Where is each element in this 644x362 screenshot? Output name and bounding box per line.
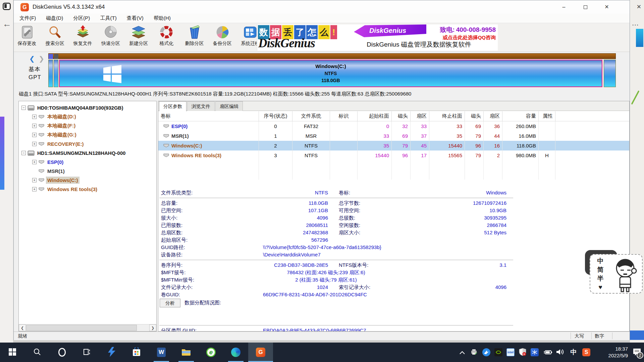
tray-expand-button[interactable] (456, 343, 468, 362)
column-header[interactable]: 序号(状态) (259, 111, 292, 121)
tab-partition-params[interactable]: 分区参数 (159, 101, 186, 111)
maximize-button[interactable] (575, 0, 596, 14)
promo-banner[interactable]: 数据丢了怎么! DiskGenius 致电: 400-008-9958 或点击此… (257, 24, 498, 51)
delete-partition-button[interactable]: 删除分区 (181, 23, 208, 51)
tray-defender-button[interactable]: ✕ (517, 343, 529, 362)
tray-printer-button[interactable]: ✓ (468, 343, 480, 362)
disk-partition-graphic: Windows(C:) NTFS 118.0GB (48, 53, 616, 87)
tree-item-recovery-e-[interactable]: +RECOVERY(E:) (20, 139, 156, 148)
delete-partition-icon (181, 24, 208, 40)
tray-snowflake-button[interactable] (529, 343, 541, 362)
save-changes-button[interactable]: 保存更改 (14, 23, 40, 51)
menu-tools[interactable]: 工具(T) (96, 14, 121, 23)
table-row-esp-0-[interactable]: ESP(0)0FAT3203233336936260.0MB (158, 121, 629, 131)
tray-battery-button[interactable] (541, 343, 553, 362)
menu-disk[interactable]: 磁盘(D) (42, 14, 67, 23)
column-header[interactable]: 磁头 (465, 111, 484, 121)
tray-ime-button[interactable]: 中 (568, 343, 580, 362)
column-header[interactable]: 标识 (330, 111, 358, 121)
tray-intel-button[interactable]: intel (504, 343, 517, 362)
microsoft-store-button[interactable] (124, 343, 149, 362)
detail-value: 28068511 (209, 222, 328, 229)
tree-item-windows-c-[interactable]: +Windows(C:) (20, 176, 156, 185)
menu-partition[interactable]: 分区(P) (69, 14, 94, 23)
tree-item--g-[interactable]: +本地磁盘(G:) (20, 130, 156, 139)
expand-box-icon[interactable]: + (32, 160, 37, 164)
task-view-button[interactable] (74, 343, 99, 362)
collapse-box-icon[interactable]: − (21, 151, 26, 155)
table-row-msr-1-[interactable]: MSR(1)1MSR33693735794416.0MB (158, 131, 629, 141)
cell-cap: 16.0MB (502, 131, 539, 141)
menu-help[interactable]: 帮助(H) (149, 14, 175, 23)
tray-volume-button[interactable] (554, 343, 566, 362)
collapse-box-icon[interactable]: − (21, 106, 26, 110)
pinned-app-flash-button[interactable] (99, 343, 124, 362)
cell-fs: NTFS (292, 141, 330, 150)
menu-file[interactable]: 文件(F) (15, 14, 40, 23)
ime-floating-widget[interactable]: 中简半♥ (585, 250, 644, 294)
taskbar-clock[interactable]: 18:37 2022/5/9 (599, 346, 628, 359)
column-header[interactable]: 扇区 (484, 111, 502, 121)
taskbar-search-button[interactable] (25, 343, 50, 362)
expand-box-icon[interactable]: + (32, 178, 37, 182)
analyze-button[interactable]: 分析 (160, 299, 180, 307)
action-center-button[interactable]: 2 (630, 343, 644, 362)
expand-box-icon[interactable]: + (32, 142, 37, 146)
backup-partition-button[interactable]: 备份分区 (209, 23, 235, 51)
tray-bird-app-button[interactable] (480, 343, 492, 362)
tree-horizontal-scrollbar[interactable]: ❮ ❯ (19, 324, 156, 331)
column-header[interactable]: 卷标 (158, 111, 259, 121)
start-button[interactable] (0, 343, 25, 362)
windows-c-partition-bar[interactable]: Windows(C:) NTFS 118.0GB (59, 60, 602, 87)
next-disk-arrow-icon[interactable]: ❯ (39, 55, 44, 62)
search-partition-button[interactable]: 搜索分区 (42, 23, 68, 51)
edge-button[interactable] (223, 343, 248, 362)
file-explorer-button[interactable] (174, 343, 199, 362)
tree-item-windows-re-tools-3-[interactable]: +Windows RE tools(3) (20, 185, 156, 194)
column-header[interactable]: 扇区 (411, 111, 429, 121)
scroll-left-arrow[interactable]: ❮ (19, 324, 26, 331)
diskgenius-taskbar-button[interactable]: G (248, 343, 273, 362)
menu-view[interactable]: 查看(V) (122, 14, 148, 23)
tree-item-esp-0-[interactable]: +ESP(0) (20, 158, 156, 167)
tree-item--f-[interactable]: +本地磁盘(F:) (20, 121, 156, 130)
tab-sector-edit[interactable]: 扇区编辑 (215, 101, 243, 111)
expand-box-icon[interactable]: + (32, 115, 37, 119)
expand-box-icon[interactable]: + (32, 133, 37, 137)
tray-sogou-button[interactable]: S (580, 343, 592, 362)
prev-disk-arrow-icon[interactable]: ❮ (29, 55, 35, 62)
table-row-windows-re-tools-3-[interactable]: Windows RE tools(3)3NTFS1544096171556579… (158, 150, 629, 160)
tree-item-msr-1-[interactable]: MSR(1) (20, 167, 156, 176)
close-button[interactable]: ✕ (596, 0, 618, 14)
new-partition-button[interactable]: 新建分区 (125, 23, 152, 51)
quick-partition-button[interactable]: 快速分区 (98, 23, 124, 51)
scrollbar-thumb[interactable] (26, 325, 137, 331)
tree-item-hd1-samsungmznln128hahq-000[interactable]: −HD1:SAMSUNGMZNLN128HAHQ-000 (20, 148, 156, 158)
column-header[interactable]: 属性 (539, 111, 555, 121)
format-button[interactable]: 格式化 (153, 23, 180, 51)
esp-partition-bar[interactable] (48, 60, 53, 87)
msr-partition-bar[interactable] (54, 60, 58, 87)
table-row-windows-c-[interactable]: Windows(C:)2NTFS357945154409616118.0GB (158, 141, 629, 150)
word-button[interactable]: W (149, 343, 174, 362)
minimize-button[interactable]: – (553, 0, 575, 14)
scroll-right-arrow[interactable]: ❯ (149, 324, 156, 331)
internet-explorer-button[interactable]: e (199, 343, 223, 362)
column-header[interactable]: 起始柱面 (358, 111, 392, 121)
recover-files-button[interactable]: 恢复文件 (69, 23, 96, 51)
column-header[interactable]: 磁头 (392, 111, 411, 121)
expand-box-icon[interactable]: + (32, 124, 37, 128)
cell-sh: 96 (392, 150, 411, 160)
recovery-partition-bar[interactable] (604, 60, 616, 87)
tab-browse-files[interactable]: 浏览文件 (187, 101, 215, 111)
column-header[interactable]: 容量 (502, 111, 539, 121)
disk-bar[interactable] (48, 53, 616, 59)
column-header[interactable]: 终止柱面 (429, 111, 465, 121)
tree-item--d-[interactable]: +本地磁盘(D:) (20, 112, 156, 121)
expand-box-icon[interactable]: + (32, 187, 37, 191)
column-header[interactable]: 文件系统 (292, 111, 330, 121)
banner-phone-number: 400-008-9958 (456, 26, 496, 33)
cortana-button[interactable] (50, 343, 74, 362)
tree-item-hd0-toshibamq04abf100-932gb-[interactable]: −HD0:TOSHIBAMQ04ABF100(932GB) (20, 103, 156, 112)
tray-nvidia-button[interactable] (492, 343, 504, 362)
